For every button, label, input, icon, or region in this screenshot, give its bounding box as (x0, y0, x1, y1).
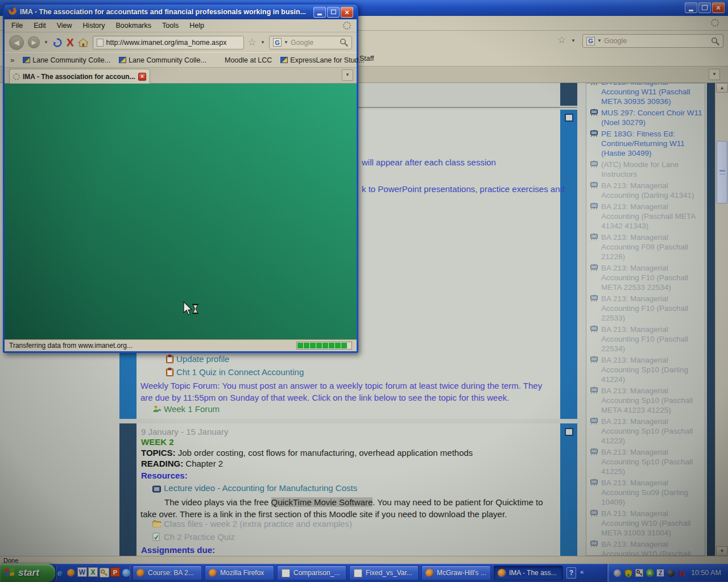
tab-list-dropdown[interactable]: ▼ (709, 69, 720, 80)
restore-button[interactable] (698, 2, 711, 13)
tray-z-app-icon[interactable]: Z (656, 569, 664, 577)
sidebar-course-link[interactable]: BA 213: Managerial Accounting Sp10 (Pasc… (589, 386, 702, 415)
home-icon[interactable] (78, 38, 89, 47)
taskbar-window-button[interactable]: McGraw-Hill's ... (421, 566, 491, 580)
sidebar-course-link[interactable]: BA 213: Managerial Accounting (Darling 4… (589, 181, 702, 200)
tray-norton-icon[interactable]: N (677, 569, 686, 577)
history-dropdown-icon[interactable]: ▼ (44, 40, 48, 45)
menu-item[interactable]: Bookmarks (115, 22, 151, 30)
popup-menubar: FileEditViewHistoryBookmarksToolsHelp (5, 19, 357, 32)
menu-item[interactable]: File (11, 22, 23, 30)
back-button[interactable]: ◀ (9, 35, 24, 50)
close-button[interactable]: × (341, 7, 353, 18)
sidebar-course-link[interactable]: BA 213: Managerial Accounting Sp10 (Pasc… (589, 417, 702, 446)
taskbar-window-button[interactable]: IMA - The ass... (494, 566, 563, 580)
courses-sidebar: BA 213: Managerial Accounting W11 (Pasch… (586, 83, 705, 556)
close-button[interactable]: × (712, 2, 725, 13)
engine-dropdown-icon[interactable]: ▼ (284, 40, 288, 45)
minimize-button[interactable] (313, 7, 326, 18)
star-dropdown-icon[interactable]: ▼ (571, 39, 576, 43)
engine-dropdown-icon[interactable]: ▼ (597, 39, 602, 43)
lecture-video-link[interactable]: Lecture video - Accounting for Manufactu… (164, 483, 357, 493)
sidebar-course-link[interactable]: (ATC) Moodle for Lane Instructors (589, 160, 702, 179)
quick-launch-word-icon[interactable]: W (77, 567, 87, 577)
menu-item[interactable]: View (57, 22, 72, 30)
google-engine-icon[interactable]: G (273, 38, 282, 47)
reload-icon[interactable] (52, 38, 63, 48)
vertical-scrollbar[interactable]: ▲ ▼ (715, 83, 728, 556)
magnifier-icon[interactable] (340, 38, 348, 47)
sidebar-course-link[interactable]: BA 213: Managerial Accounting F10 (Pasch… (589, 263, 702, 292)
taskbar-window-button[interactable]: Fixed_vs_Var... (349, 566, 419, 580)
sidebar-course-link[interactable]: BA 213: Managerial Accounting (Paschall … (589, 202, 702, 231)
google-engine-icon[interactable]: G (586, 37, 595, 45)
star-dropdown-icon[interactable]: ▼ (260, 40, 265, 45)
tab-close-icon[interactable]: × (138, 73, 146, 81)
course-label: BA 213: Managerial Accounting W10 (Pasch… (601, 509, 691, 537)
bookmark-star-icon[interactable]: ☆ (557, 35, 566, 45)
popup-bookmarks-bar: » Lane Community Colle... Lane Community… (5, 52, 357, 68)
section-toggle-icon[interactable] (565, 114, 573, 122)
web-search-input[interactable]: G ▼ Google (269, 36, 352, 49)
bookmark-item[interactable]: Lane Community Colle... (119, 56, 206, 64)
course-icon (590, 417, 598, 427)
bookmark-item[interactable]: Lane Community Colle... (23, 56, 110, 64)
sidebar-course-link[interactable]: BA 213: Managerial Accounting F10 (Pasch… (589, 294, 702, 323)
sidebar-course-link[interactable]: BA 213: Managerial Accounting F10 (Pasch… (589, 325, 702, 354)
menu-item[interactable]: Edit (34, 22, 46, 30)
section-toggle-icon[interactable] (565, 428, 573, 436)
web-search-input[interactable]: G ▼ Google (582, 34, 723, 48)
tray-app-a-icon[interactable]: A (646, 569, 654, 577)
week1-forum-link[interactable]: Week 1 Forum (164, 404, 220, 414)
tray-volume-icon[interactable] (667, 569, 675, 577)
quick-launch-access-key-icon[interactable] (99, 567, 109, 578)
update-profile-link[interactable]: Update profile (176, 354, 229, 364)
sidebar-course-link[interactable]: BA 213: Managerial Accounting Su09 (Darl… (589, 478, 702, 507)
sidebar-course-link[interactable]: MUS 297: Concert Choir W11 (Noel 30279) (589, 108, 702, 127)
bookmark-item[interactable]: Moodle at LCC (215, 56, 272, 64)
bookmarks-overflow-icon[interactable]: » (10, 56, 14, 64)
taskbar-window-button[interactable]: Course: BA 2... (133, 566, 202, 580)
scroll-down-icon[interactable]: ▼ (716, 546, 728, 556)
stop-icon[interactable]: X (67, 37, 74, 48)
sidebar-course-link[interactable]: BA 213: Managerial Accounting W11 (Pasch… (589, 83, 702, 106)
hide-icons-chevron[interactable]: « (580, 568, 584, 575)
forward-button[interactable]: ▶ (28, 36, 40, 48)
taskbar-clock[interactable]: 10:50 AM (691, 569, 721, 577)
quick-launch-powerpoint-icon[interactable]: P (110, 567, 120, 577)
sidebar-course-link[interactable]: BA 213: Managerial Accounting W10 (Pasch… (589, 509, 702, 538)
tray-antivirus-shield-icon[interactable] (624, 569, 632, 577)
quick-launch-excel-icon[interactable]: X (88, 567, 98, 577)
sidebar-course-link[interactable]: BA 213: Managerial Accounting W10 (Pasch… (589, 539, 702, 556)
magnifier-icon[interactable] (711, 37, 719, 45)
bookmark-star-icon[interactable]: ☆ (248, 38, 257, 47)
quick-launch-firefox-icon[interactable] (66, 567, 76, 578)
menu-item[interactable]: Tools (162, 22, 179, 30)
scroll-up-icon[interactable]: ▲ (716, 83, 728, 93)
maximize-button[interactable] (327, 7, 340, 18)
menu-item[interactable]: History (83, 22, 105, 30)
bookmark-item[interactable]: ExpressLane for Stud... (280, 56, 365, 64)
quick-launch-ie-icon[interactable]: e (55, 567, 65, 578)
course-label: BA 213: Managerial Accounting Su09 (Darl… (601, 479, 688, 506)
popup-titlebar[interactable]: IMA - The association for accountants an… (5, 5, 357, 19)
menu-item[interactable]: Help (189, 22, 204, 30)
class-files-link[interactable]: Class files - week 2 (extra practice and… (164, 519, 352, 529)
taskbar-window-button[interactable]: Comparison_... (277, 566, 346, 580)
help-tray-icon[interactable]: ? (566, 567, 576, 579)
tab-ima[interactable]: IMA - The association for accoun... × (9, 69, 150, 84)
sidebar-course-link[interactable]: PE 183G: Fitness Ed: Continue/Returning … (589, 129, 702, 158)
tab-list-dropdown[interactable]: ▼ (342, 69, 353, 81)
taskbar-window-button[interactable]: Mozilla Firefox (205, 566, 274, 580)
sidebar-course-link[interactable]: BA 213: Managerial Accounting Sp10 (Pasc… (589, 447, 702, 476)
sidebar-course-link[interactable]: BA 213: Managerial Accounting Sp10 (Darl… (589, 355, 702, 384)
cht1-quiz-link[interactable]: Cht 1 Quiz in Connect Accounting (176, 367, 304, 377)
address-bar-input[interactable]: http://www.imanet.org/ima_home.aspx (93, 36, 244, 49)
minimize-button[interactable] (685, 2, 697, 13)
sidebar-course-link[interactable]: BA 213: Managerial Accounting F09 (Pasch… (589, 232, 702, 261)
tray-key-icon[interactable] (635, 569, 643, 577)
start-button[interactable]: start (0, 564, 55, 582)
scrollbar-thumb[interactable] (717, 141, 727, 203)
ch2-practice-quiz-link[interactable]: Ch 2 Practice Quiz (164, 532, 235, 542)
tray-messenger-icon[interactable] (613, 569, 622, 577)
